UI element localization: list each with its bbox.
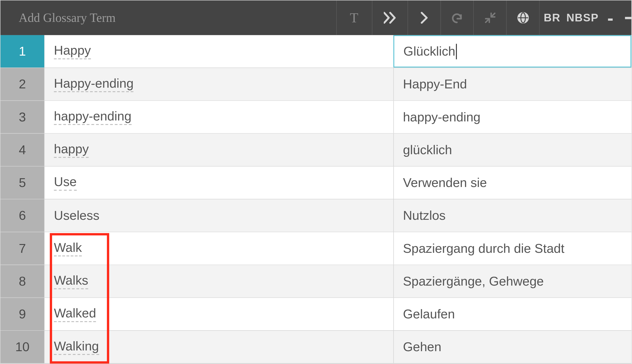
source-cell[interactable]: Walk <box>44 232 393 264</box>
target-cell[interactable]: glücklich <box>393 134 631 166</box>
glossary-grid: 1HappyGlücklich2Happy-endingHappy-End3ha… <box>1 35 631 364</box>
text-caret <box>456 44 457 59</box>
source-cell[interactable]: Happy-ending <box>44 68 393 100</box>
target-cell[interactable]: Happy-End <box>393 68 631 100</box>
source-cell[interactable]: Walking <box>44 331 393 363</box>
row-number-cell[interactable]: 10 <box>1 331 44 363</box>
undo-button[interactable] <box>441 0 473 35</box>
glossary-row[interactable]: 7WalkSpaziergang durch die Stadt <box>1 232 631 265</box>
glossary-row[interactable]: 6UselessNutzlos <box>1 199 631 232</box>
source-text: happy-ending <box>54 109 132 125</box>
target-text: Spaziergänge, Gehwege <box>403 274 544 288</box>
row-number-cell[interactable]: 1 <box>1 35 44 68</box>
hyphen-label: - <box>607 8 613 28</box>
target-text: Gehen <box>403 340 441 354</box>
add-glossary-term-button[interactable]: Add Glossary Term <box>1 0 336 35</box>
source-cell[interactable]: Walked <box>44 298 393 330</box>
collapse-button[interactable] <box>473 0 506 35</box>
source-cell[interactable]: Happy <box>44 35 393 68</box>
source-cell[interactable]: Useless <box>44 199 393 232</box>
row-number-cell[interactable]: 6 <box>1 199 44 232</box>
target-text: Nutzlos <box>403 208 446 223</box>
source-text: Happy <box>54 43 91 59</box>
target-cell[interactable]: Nutzlos <box>393 199 631 232</box>
target-text: happy-ending <box>403 110 480 124</box>
target-text: Spaziergang durch die Stadt <box>403 241 564 256</box>
row-number-cell[interactable]: 7 <box>1 232 44 264</box>
target-text: glücklich <box>403 142 452 157</box>
glossary-row[interactable]: 5UseVerwenden sie <box>1 166 631 199</box>
target-cell[interactable]: happy-ending <box>393 101 631 133</box>
add-glossary-term-label: Add Glossary Term <box>19 11 116 25</box>
row-number-cell[interactable]: 4 <box>1 134 44 166</box>
source-text: Use <box>54 175 77 190</box>
nbsp-label: NBSP <box>566 12 599 24</box>
text-format-icon: T <box>350 10 359 26</box>
next-button[interactable] <box>408 0 441 35</box>
target-text: Verwenden sie <box>403 175 487 190</box>
row-number-cell[interactable]: 2 <box>1 68 44 100</box>
text-format-button[interactable]: T <box>336 0 372 35</box>
source-cell[interactable]: happy-ending <box>44 101 393 133</box>
double-chevron-right-icon <box>383 12 396 24</box>
source-text: Useless <box>54 208 99 223</box>
source-cell[interactable]: Use <box>44 166 393 199</box>
glossary-row[interactable]: 2Happy-endingHappy-End <box>1 68 631 101</box>
globe-button[interactable] <box>506 0 539 35</box>
target-cell[interactable]: Spaziergang durch die Stadt <box>393 232 631 264</box>
source-text: Walk <box>54 240 82 256</box>
target-cell[interactable]: Spaziergänge, Gehwege <box>393 265 631 298</box>
glossary-row[interactable]: 1HappyGlücklich <box>1 35 631 68</box>
br-button[interactable]: BR <box>539 0 565 35</box>
source-text: Walked <box>54 306 96 322</box>
row-number-cell[interactable]: 9 <box>1 298 44 330</box>
target-text: Happy-End <box>403 77 467 92</box>
collapse-icon <box>485 12 495 23</box>
source-cell[interactable]: Walks <box>44 265 393 298</box>
row-number-cell[interactable]: 5 <box>1 166 44 199</box>
source-text: Walking <box>54 339 99 355</box>
toolbar: Add Glossary Term T <box>1 0 631 35</box>
target-cell[interactable]: Glücklich <box>393 35 631 68</box>
glossary-row[interactable]: 10WalkingGehen <box>1 331 631 364</box>
source-text: happy <box>54 142 89 158</box>
target-cell[interactable]: Verwenden sie <box>393 166 631 199</box>
glossary-row[interactable]: 4happyglücklich <box>1 134 631 166</box>
source-cell[interactable]: happy <box>44 134 393 166</box>
glossary-row[interactable]: 3happy-endinghappy-ending <box>1 101 631 134</box>
hyphen-button[interactable]: - <box>600 0 620 35</box>
glossary-panel: Add Glossary Term T <box>0 0 632 364</box>
br-label: BR <box>544 12 560 24</box>
glossary-row[interactable]: 9WalkedGelaufen <box>1 298 631 331</box>
glossary-row[interactable]: 8WalksSpaziergänge, Gehwege <box>1 265 631 298</box>
chevron-right-icon <box>420 12 428 24</box>
source-text: Happy-ending <box>54 76 134 92</box>
emdash-button[interactable] <box>620 0 632 35</box>
emdash-icon <box>625 17 632 19</box>
source-text: Walks <box>54 273 88 289</box>
target-cell[interactable]: Gelaufen <box>393 298 631 330</box>
nbsp-button[interactable]: NBSP <box>565 0 600 35</box>
target-cell[interactable]: Gehen <box>393 331 631 363</box>
target-text: Glücklich <box>403 44 455 58</box>
globe-icon <box>517 12 529 24</box>
row-number-cell[interactable]: 3 <box>1 101 44 133</box>
row-number-cell[interactable]: 8 <box>1 265 44 298</box>
fast-forward-button[interactable] <box>372 0 408 35</box>
target-text: Gelaufen <box>403 307 455 321</box>
undo-icon <box>451 12 464 23</box>
